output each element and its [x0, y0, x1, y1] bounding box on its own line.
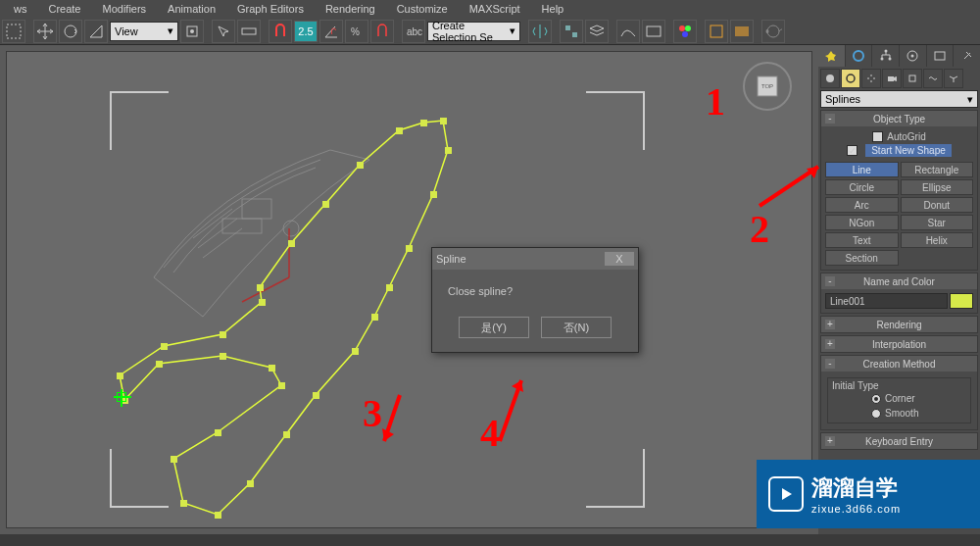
rectangle-button[interactable]: Rectangle — [901, 162, 974, 177]
menu-animation[interactable]: Animation — [158, 1, 225, 17]
menu-create[interactable]: Create — [38, 1, 90, 17]
tab-utilities[interactable] — [954, 45, 980, 67]
text-button[interactable]: Text — [825, 232, 899, 248]
vertex[interactable] — [215, 512, 221, 519]
close-icon[interactable]: X — [605, 252, 634, 266]
radio-smooth[interactable] — [871, 409, 881, 419]
snap-2d[interactable]: 2.5 — [294, 21, 318, 42]
subtab-spacewarps[interactable] — [923, 69, 943, 88]
time-slider[interactable] — [0, 534, 980, 546]
autogrid-checkbox[interactable] — [872, 131, 883, 142]
object-color-swatch[interactable] — [950, 293, 973, 309]
menu-modifiers[interactable]: Modifiers — [92, 1, 156, 17]
layer-icon[interactable] — [585, 20, 609, 43]
menu-rendering[interactable]: Rendering — [316, 1, 385, 17]
select-manipulate-icon[interactable] — [212, 20, 235, 43]
move-icon[interactable] — [33, 20, 57, 43]
vertex[interactable] — [171, 456, 177, 463]
vertex[interactable] — [259, 299, 266, 306]
vertex[interactable] — [278, 382, 285, 389]
tab-create[interactable] — [818, 45, 845, 67]
rollout-header-keyboard-entry[interactable]: + Keyboard Entry — [821, 433, 977, 449]
yes-button[interactable]: 是(Y) — [459, 317, 529, 338]
section-button[interactable]: Section — [825, 250, 899, 266]
vertex[interactable] — [180, 500, 187, 507]
percent-snap-icon[interactable]: % — [345, 20, 368, 43]
mirror-icon[interactable] — [528, 20, 552, 43]
start-vertex[interactable] — [117, 392, 126, 402]
subtab-helpers[interactable] — [903, 69, 922, 88]
tab-motion[interactable] — [900, 45, 926, 67]
vertex[interactable] — [269, 365, 275, 372]
vertex[interactable] — [161, 343, 168, 350]
snap-toggle-icon[interactable] — [269, 20, 292, 43]
rotate-icon[interactable] — [59, 20, 82, 43]
dialog-titlebar[interactable]: Spline X — [432, 248, 638, 270]
keyboard-shortcut-icon[interactable] — [237, 20, 261, 43]
select-region-icon[interactable] — [2, 20, 25, 43]
material-editor-icon[interactable] — [673, 20, 697, 43]
vertex[interactable] — [247, 480, 254, 487]
viewport[interactable]: TOP — [6, 51, 812, 528]
rollout-header-name-color[interactable]: - Name and Color — [821, 273, 977, 289]
object-name-input[interactable]: Line001 — [825, 293, 948, 309]
arc-button[interactable]: Arc — [825, 197, 899, 213]
menu-customize[interactable]: Customize — [387, 1, 458, 17]
vertex[interactable] — [386, 284, 393, 291]
viewcube[interactable]: TOP — [743, 62, 792, 111]
rollout-header-interpolation[interactable]: + Interpolation — [821, 336, 977, 352]
render-frame-icon[interactable] — [730, 20, 754, 43]
rollout-header-rendering[interactable]: + Rendering — [821, 317, 977, 332]
vertex[interactable] — [220, 331, 226, 338]
ref-coord-dropdown[interactable]: View▾ — [110, 22, 178, 41]
tab-hierarchy[interactable] — [872, 45, 899, 67]
named-selection-dropdown[interactable]: Create Selection Se▾ — [427, 22, 520, 41]
render-setup-icon[interactable] — [705, 20, 728, 43]
vertex[interactable] — [117, 372, 123, 379]
line-button[interactable]: Line — [825, 162, 899, 177]
radio-corner[interactable] — [871, 394, 881, 404]
vertex[interactable] — [440, 118, 447, 124]
tab-display[interactable] — [927, 45, 954, 67]
vertex[interactable] — [396, 127, 403, 134]
star-button[interactable]: Star — [901, 215, 974, 230]
use-pivot-icon[interactable] — [180, 20, 204, 43]
scale-icon[interactable] — [84, 20, 108, 43]
angle-snap-icon[interactable] — [319, 20, 343, 43]
vertex[interactable] — [357, 162, 364, 169]
vertex[interactable] — [322, 201, 329, 208]
schematic-icon[interactable] — [642, 20, 665, 43]
no-button[interactable]: 否(N) — [541, 317, 612, 338]
vertex[interactable] — [156, 361, 163, 368]
edit-named-icon[interactable]: abc — [402, 20, 425, 43]
menu-help[interactable]: Help — [532, 1, 574, 17]
tab-modify[interactable] — [846, 45, 872, 67]
vertex[interactable] — [288, 240, 295, 247]
menu-ws[interactable]: ws — [4, 1, 36, 17]
rollout-header-object-type[interactable]: - Object Type — [821, 111, 977, 126]
start-new-shape-checkbox[interactable]: ✓ — [847, 145, 858, 156]
render-production-icon[interactable] — [761, 20, 785, 43]
subtab-lights[interactable] — [861, 69, 881, 88]
subtab-shapes[interactable] — [841, 69, 860, 88]
circle-button[interactable]: Circle — [825, 179, 899, 195]
subtab-systems[interactable] — [944, 69, 963, 88]
vertex[interactable] — [445, 147, 452, 154]
ellipse-button[interactable]: Ellipse — [901, 179, 974, 195]
ngon-button[interactable]: NGon — [825, 215, 899, 230]
vertex[interactable] — [283, 431, 290, 438]
start-new-shape-button[interactable]: Start New Shape — [865, 144, 952, 157]
helix-button[interactable]: Helix — [901, 232, 974, 248]
menu-graph-editors[interactable]: Graph Editors — [227, 1, 314, 17]
vertex[interactable] — [215, 429, 221, 436]
vertex[interactable] — [352, 348, 359, 355]
subtab-geometry[interactable] — [820, 69, 840, 88]
subtab-cameras[interactable] — [882, 69, 902, 88]
spinner-snap-icon[interactable] — [370, 20, 394, 43]
vertex[interactable] — [257, 284, 264, 291]
menu-maxscript[interactable]: MAXScript — [460, 1, 530, 17]
vertex[interactable] — [220, 353, 226, 360]
vertex[interactable] — [430, 191, 437, 198]
curve-editor-icon[interactable] — [616, 20, 640, 43]
align-icon[interactable] — [560, 20, 583, 43]
